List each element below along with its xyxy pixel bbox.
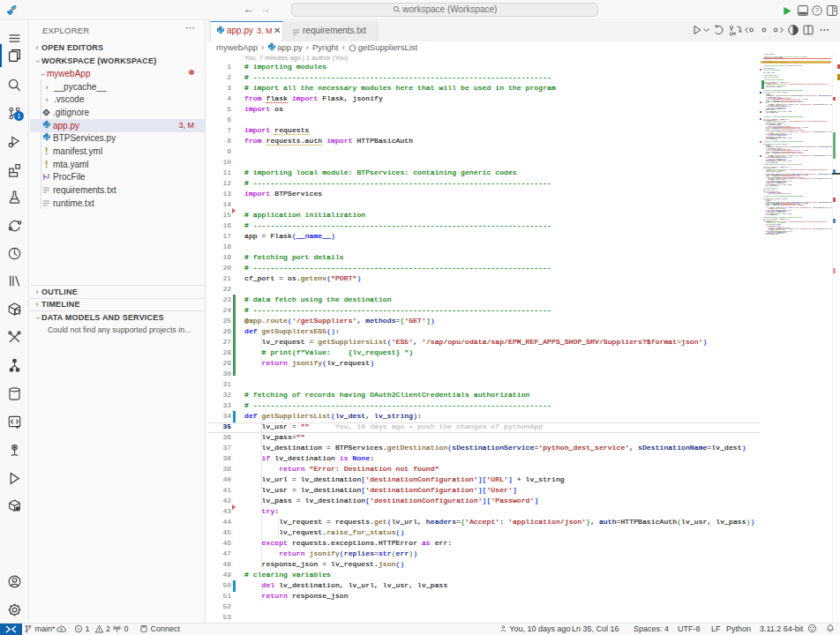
svg-text:?: ? xyxy=(815,7,819,14)
